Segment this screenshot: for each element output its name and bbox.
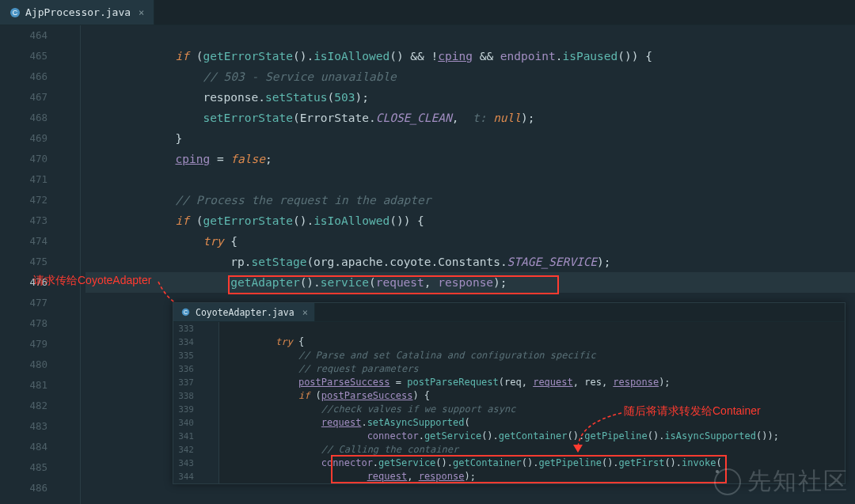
line-number: 477 [0,293,48,313]
line-number: 472 [0,190,48,210]
svg-text:C: C [13,9,18,17]
java-class-icon: C [180,307,191,318]
watermark-logo-icon [714,468,741,495]
line-number: 478 [0,313,48,334]
line-number: 466 [0,66,48,87]
code-line: if (getErrorState().isIoAllowed() && !cp… [86,46,855,66]
code-line [86,169,855,190]
code-line: rp.setStage(org.apache.coyote.Constants.… [86,252,855,272]
annotation-left: 请求传给CoyoteAdapter [33,274,151,288]
code-line: // Parse and set Catalina and configurat… [224,349,845,362]
inner-editor: C CoyoteAdapter.java × 33333433533633733… [173,302,846,484]
code-line-current: getAdapter().service(request, response); [86,272,855,293]
inner-code-area[interactable]: try { // Parse and set Catalina and conf… [219,322,845,483]
inner-icon-gutter [202,322,219,483]
line-number: 474 [0,231,48,252]
icon-gutter [55,25,81,504]
tab-filename: AjpProcessor.java [25,6,131,18]
line-number: 473 [0,210,48,231]
line-number: 480 [0,354,48,375]
line-number: 469 [0,128,48,149]
line-number: 485 [0,457,48,478]
inner-file-tab[interactable]: C CoyoteAdapter.java × [173,303,315,321]
code-line: try { [224,335,845,349]
code-line: cping = false; [86,149,855,169]
code-line [86,25,855,46]
line-number: 483 [0,416,48,437]
code-line: } [86,128,855,149]
tab-bar: C AjpProcessor.java × [0,0,855,25]
line-number: 486 [0,478,48,498]
inner-tab-bar: C CoyoteAdapter.java × [173,303,845,322]
line-number: 467 [0,87,48,108]
code-line: connector.getService().getContainer().ge… [224,430,845,443]
java-class-icon: C [10,7,21,18]
watermark: 先知社区 [714,465,849,498]
line-number: 482 [0,396,48,416]
code-line: if (getErrorState().isIoAllowed()) { [86,210,855,231]
close-icon[interactable]: × [139,7,144,18]
line-number: 468 [0,108,48,128]
file-tab[interactable]: C AjpProcessor.java × [0,0,154,25]
line-number: 465 [0,46,48,66]
code-line: try { [86,231,855,252]
line-number: 484 [0,437,48,457]
watermark-text: 先知社区 [747,465,849,498]
line-number: 481 [0,375,48,396]
line-number: 471 [0,169,48,190]
svg-text:C: C [183,309,187,315]
line-number: 464 [0,25,48,46]
inner-tab-filename: CoyoteAdapter.java [196,307,294,318]
code-line: response.setStatus(503); [86,87,855,108]
line-number: 479 [0,334,48,354]
code-line: // request parameters [224,362,845,376]
code-line: // Calling the container [224,443,845,457]
close-icon[interactable]: × [302,307,308,318]
line-number: 475 [0,252,48,272]
code-line: // 503 - Service unavailable [86,66,855,87]
code-line [224,322,845,335]
line-number-gutter: 464 465 466 467 468 469 470 471 472 473 … [0,25,55,504]
code-line: setErrorState(ErrorState.CLOSE_CLEAN, t:… [86,108,855,128]
annotation-right: 随后将请求转发给Container [624,404,761,419]
line-number: 470 [0,149,48,169]
code-line: // Process the request in the adapter [86,190,855,210]
code-line: if (postParseSuccess) { [224,389,845,403]
inner-line-gutter: 333334335336337338 339340341342343344 [173,322,202,483]
code-line: postParseSuccess = postParseRequest(req,… [224,376,845,389]
